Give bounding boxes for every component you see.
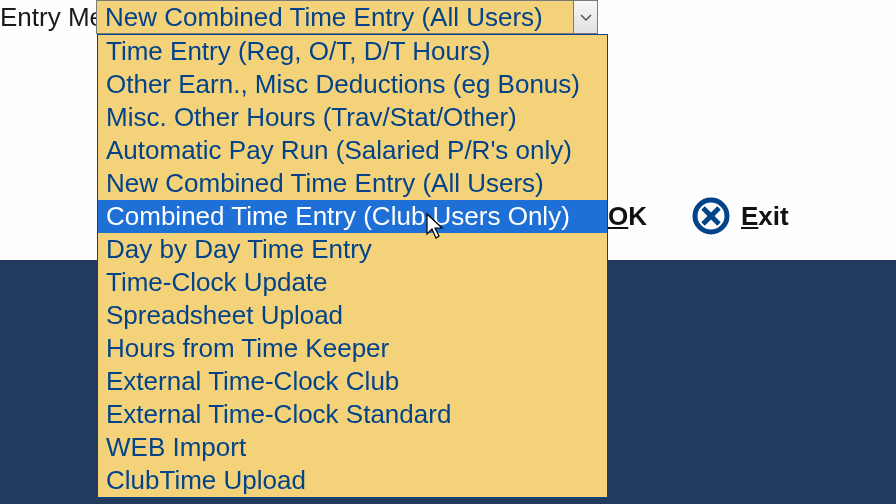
close-circle-icon	[691, 196, 731, 236]
combobox-dropdown-button[interactable]	[573, 1, 597, 33]
dropdown-item[interactable]: Day by Day Time Entry	[98, 233, 607, 266]
entry-method-dropdown-list[interactable]: Time Entry (Reg, O/T, D/T Hours)Other Ea…	[97, 34, 608, 498]
exit-button[interactable]: Exit	[691, 196, 789, 236]
dropdown-item[interactable]: Time-Clock Update	[98, 266, 607, 299]
exit-button-label: Exit	[741, 201, 789, 232]
entry-method-row: Entry Method New Combined Time Entry (Al…	[0, 0, 598, 34]
dropdown-item[interactable]: Automatic Pay Run (Salaried P/R's only)	[98, 134, 607, 167]
entry-method-combobox[interactable]: New Combined Time Entry (All Users)	[96, 0, 598, 34]
dropdown-item[interactable]: Misc. Other Hours (Trav/Stat/Other)	[98, 101, 607, 134]
ok-button-label: OK	[608, 201, 647, 232]
form-panel: Entry Method New Combined Time Entry (Al…	[0, 0, 896, 260]
dropdown-item[interactable]: WEB Import	[98, 431, 607, 464]
entry-method-label: Entry Method	[0, 0, 96, 33]
dialog-button-area: OK Exit	[608, 196, 789, 236]
dropdown-item[interactable]: Time Entry (Reg, O/T, D/T Hours)	[98, 35, 607, 68]
dropdown-item[interactable]: External Time-Clock Standard	[98, 398, 607, 431]
dropdown-item[interactable]: Combined Time Entry (Club Users Only)	[98, 200, 607, 233]
dropdown-item[interactable]: Spreadsheet Upload	[98, 299, 607, 332]
dropdown-item[interactable]: ClubTime Upload	[98, 464, 607, 497]
entry-method-selected-value: New Combined Time Entry (All Users)	[97, 2, 573, 33]
chevron-down-icon	[580, 8, 592, 26]
dropdown-item[interactable]: Hours from Time Keeper	[98, 332, 607, 365]
dropdown-item[interactable]: External Time-Clock Club	[98, 365, 607, 398]
ok-button[interactable]: OK	[608, 201, 647, 232]
dropdown-item[interactable]: Other Earn., Misc Deductions (eg Bonus)	[98, 68, 607, 101]
dropdown-item[interactable]: New Combined Time Entry (All Users)	[98, 167, 607, 200]
